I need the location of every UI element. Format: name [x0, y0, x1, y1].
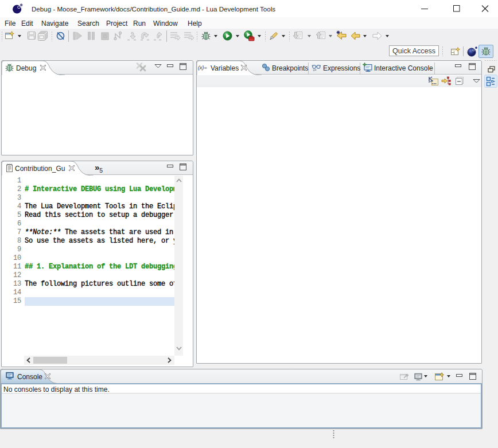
svg-text:x=: x= — [313, 68, 317, 72]
